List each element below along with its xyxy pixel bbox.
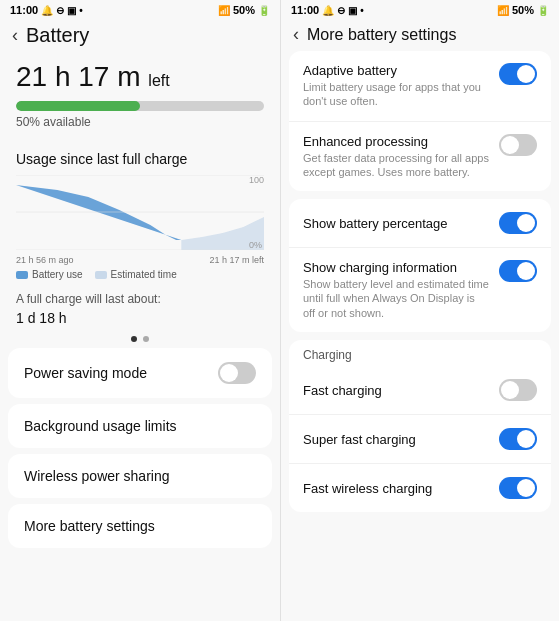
dnd-icon-right: ⊖ — [337, 5, 345, 16]
svg-marker-0 — [16, 185, 181, 240]
fast-charging-label: Fast charging — [303, 383, 382, 398]
enhanced-processing-text: Enhanced processing Get faster data proc… — [303, 134, 489, 180]
page-dots — [0, 332, 280, 348]
battery-percent-right: 50% — [512, 4, 534, 16]
show-charging-info-text: Show charging information Show battery l… — [303, 260, 489, 320]
status-right-right: 📶 50% 🔋 — [497, 4, 549, 16]
show-charging-info-item[interactable]: Show charging information Show battery l… — [289, 248, 551, 332]
more-battery-label: More battery settings — [24, 518, 155, 534]
charge-duration: 1 d 18 h — [0, 310, 280, 332]
battery-icon-left: 🔋 — [258, 5, 270, 16]
adaptive-battery-label: Adaptive battery — [303, 63, 489, 78]
menu-item-power-saving[interactable]: Power saving mode — [8, 348, 272, 398]
available-text: 50% available — [16, 115, 264, 129]
dot-icon-right: • — [360, 5, 364, 16]
full-charge-label: A full charge will last about: — [0, 286, 280, 310]
chart-legend: Battery use Estimated time — [16, 269, 264, 280]
status-bar-left: 11:00 🔔 ⊖ ▣ • 📶 50% 🔋 — [0, 0, 280, 18]
dnd-icon: ⊖ — [56, 5, 64, 16]
page-title-left: Battery — [26, 24, 89, 47]
legend-estimated: Estimated time — [95, 269, 177, 280]
page-dot-2 — [143, 336, 149, 342]
wifi-icon-left: 📶 — [218, 5, 230, 16]
battery-info: 21 h 17 m left 50% available — [0, 53, 280, 141]
screen-icon: ▣ — [67, 5, 76, 16]
hours-label: h — [55, 61, 71, 92]
chart-svg — [16, 175, 264, 250]
adaptive-battery-toggle[interactable] — [499, 63, 537, 85]
enhanced-processing-label: Enhanced processing — [303, 134, 489, 149]
battery-progress-bg — [16, 101, 264, 111]
menu-items: Power saving mode Background usage limit… — [0, 348, 280, 621]
usage-section: Usage since last full charge 100 0% 21 h… — [0, 141, 280, 286]
charging-section-label: Charging — [289, 340, 551, 366]
adaptive-battery-text: Adaptive battery Limit battery usage for… — [303, 63, 489, 109]
header-right: ‹ More battery settings — [281, 18, 559, 51]
enhanced-processing-toggle[interactable] — [499, 134, 537, 156]
enhanced-processing-desc: Get faster data processing for all apps … — [303, 151, 489, 180]
super-fast-charging-label: Super fast charging — [303, 432, 416, 447]
show-battery-percentage-label: Show battery percentage — [303, 216, 448, 231]
menu-item-more-battery[interactable]: More battery settings — [8, 504, 272, 548]
notification-icon: 🔔 — [41, 5, 53, 16]
x-left-label: 21 h 56 m ago — [16, 255, 74, 265]
menu-item-background-usage[interactable]: Background usage limits — [8, 404, 272, 448]
minutes-value: 17 — [78, 61, 109, 92]
power-saving-label: Power saving mode — [24, 365, 147, 381]
left-label: left — [148, 72, 169, 89]
enhanced-processing-item[interactable]: Enhanced processing Get faster data proc… — [289, 122, 551, 192]
battery-percent-left: 50% — [233, 4, 255, 16]
notification-icon-right: 🔔 — [322, 5, 334, 16]
status-bar-right: 11:00 🔔 ⊖ ▣ • 📶 50% 🔋 — [281, 0, 559, 18]
left-panel: 11:00 🔔 ⊖ ▣ • 📶 50% 🔋 ‹ Battery 21 h 17 … — [0, 0, 280, 621]
page-title-right: More battery settings — [307, 26, 456, 44]
legend-battery-label: Battery use — [32, 269, 83, 280]
adaptive-battery-item[interactable]: Adaptive battery Limit battery usage for… — [289, 51, 551, 122]
background-usage-label: Background usage limits — [24, 418, 177, 434]
fast-charging-toggle[interactable] — [499, 379, 537, 401]
show-charging-info-desc: Show battery level and estimated time un… — [303, 277, 489, 320]
legend-battery: Battery use — [16, 269, 83, 280]
usage-title: Usage since last full charge — [16, 151, 264, 167]
hours-value: 21 — [16, 61, 47, 92]
menu-item-wireless-sharing[interactable]: Wireless power sharing — [8, 454, 272, 498]
show-charging-info-toggle[interactable] — [499, 260, 537, 282]
screen-icon-right: ▣ — [348, 5, 357, 16]
legend-dot-light — [95, 271, 107, 279]
fast-wireless-charging-item[interactable]: Fast wireless charging — [289, 464, 551, 512]
back-button-right[interactable]: ‹ — [293, 24, 299, 45]
page-dot-1 — [131, 336, 137, 342]
legend-dot-blue — [16, 271, 28, 279]
chart-y-labels: 100 0% — [249, 175, 264, 250]
battery-time-display: 21 h 17 m left — [16, 61, 264, 93]
setting-group-charging: Charging Fast charging Super fast chargi… — [289, 340, 551, 512]
status-left-right: 11:00 🔔 ⊖ ▣ • — [291, 4, 364, 16]
legend-estimated-label: Estimated time — [111, 269, 177, 280]
show-battery-percentage-toggle[interactable] — [499, 212, 537, 234]
adaptive-battery-desc: Limit battery usage for apps that you do… — [303, 80, 489, 109]
wireless-sharing-label: Wireless power sharing — [24, 468, 170, 484]
fast-wireless-charging-toggle[interactable] — [499, 477, 537, 499]
wifi-icon-right: 📶 — [497, 5, 509, 16]
setting-group-display: Show battery percentage Show charging in… — [289, 199, 551, 332]
back-button-left[interactable]: ‹ — [12, 25, 18, 46]
y-min: 0% — [249, 240, 264, 250]
super-fast-charging-toggle[interactable] — [499, 428, 537, 450]
super-fast-charging-item[interactable]: Super fast charging — [289, 415, 551, 464]
status-left: 11:00 🔔 ⊖ ▣ • — [10, 4, 83, 16]
chart-x-labels: 21 h 56 m ago 21 h 17 m left — [16, 255, 264, 265]
header-left: ‹ Battery — [0, 18, 280, 53]
show-charging-info-label: Show charging information — [303, 260, 489, 275]
fast-charging-item[interactable]: Fast charging — [289, 366, 551, 415]
settings-scroll[interactable]: Adaptive battery Limit battery usage for… — [281, 51, 559, 621]
y-max: 100 — [249, 175, 264, 185]
battery-icon-right: 🔋 — [537, 5, 549, 16]
show-battery-percentage-item[interactable]: Show battery percentage — [289, 199, 551, 248]
fast-wireless-charging-label: Fast wireless charging — [303, 481, 432, 496]
minutes-label: m — [117, 61, 140, 92]
power-saving-toggle[interactable] — [218, 362, 256, 384]
status-right: 📶 50% 🔋 — [218, 4, 270, 16]
dot-icon: • — [79, 5, 83, 16]
battery-progress-fill — [16, 101, 140, 111]
time-right: 11:00 — [291, 4, 319, 16]
